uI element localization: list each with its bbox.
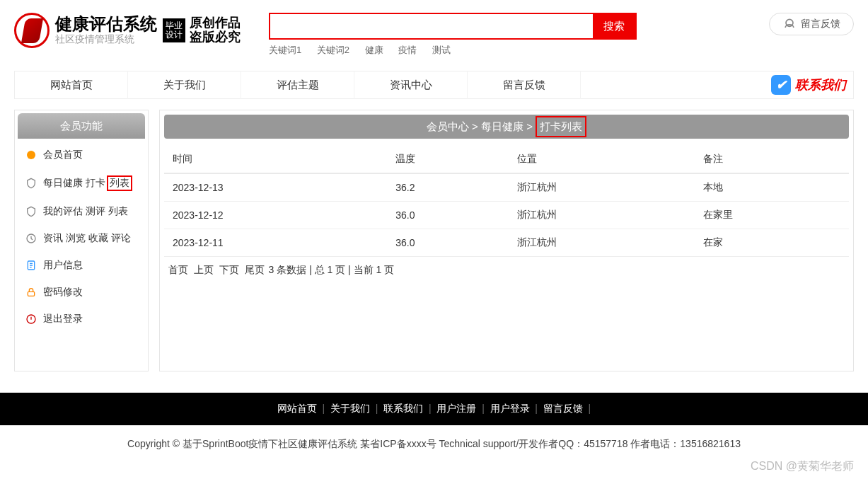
table-row: 2023-12-1236.0浙江杭州在家里 (164, 202, 849, 229)
table-row: 2023-12-1336.2浙江杭州本地 (164, 173, 849, 202)
svg-point-1 (27, 151, 35, 159)
search-input[interactable] (270, 14, 593, 38)
nav-about[interactable]: 关于我们 (128, 71, 241, 99)
keyword-link[interactable]: 测试 (432, 45, 451, 55)
sidebar-item-logout[interactable]: 退出登录 (15, 306, 148, 333)
svg-rect-4 (28, 292, 34, 296)
keyword-link[interactable]: 关键词1 (269, 45, 301, 55)
search-button[interactable]: 搜索 (593, 14, 635, 38)
graduation-badge: 毕业设计 (163, 18, 185, 42)
slogan-1: 原创作品 (190, 16, 241, 30)
breadcrumb-part[interactable]: 会员中心 (427, 120, 469, 132)
footer-link[interactable]: 关于我们 (330, 403, 370, 414)
col-note: 备注 (695, 146, 849, 173)
nav-news[interactable]: 资讯中心 (354, 71, 468, 99)
keyword-link[interactable]: 关键词2 (317, 45, 349, 55)
main-nav: 网站首页 关于我们 评估主题 资讯中心 留言反馈 ✔ 联系我们 (14, 71, 854, 99)
table-cell: 本地 (695, 173, 849, 202)
table-cell: 在家 (695, 229, 849, 257)
pagination: 首页 上页 下页 尾页 3 条数据 | 总 1 页 | 当前 1 页 (164, 257, 849, 284)
member-sidebar: 会员功能 会员首页 每日健康 打卡 列表 我的评估 测评 列表 资讯 浏览 收藏… (14, 110, 149, 371)
feedback-label: 留言反馈 (801, 18, 840, 30)
table-cell: 浙江杭州 (509, 202, 695, 229)
sidebar-item-daily-health[interactable]: 每日健康 打卡 列表 (15, 168, 148, 198)
nav-home[interactable]: 网站首页 (15, 71, 128, 99)
sidebar-item-label: 退出登录 (43, 313, 83, 325)
pager-next[interactable]: 下页 (219, 264, 239, 275)
breadcrumb-current: 打卡列表 (536, 116, 586, 137)
footer-link[interactable]: 用户登录 (490, 403, 530, 414)
nav-feedback[interactable]: 留言反馈 (468, 71, 581, 99)
sidebar-item-home[interactable]: 会员首页 (15, 142, 148, 168)
sidebar-item-label: 资讯 浏览 收藏 评论 (43, 232, 131, 245)
nav-topic[interactable]: 评估主题 (241, 71, 354, 99)
feedback-button[interactable]: 留言反馈 (769, 13, 854, 35)
headset-icon (782, 17, 797, 31)
sidebar-item-my-eval[interactable]: 我的评估 测评 列表 (15, 198, 148, 225)
logo-icon (14, 13, 50, 48)
breadcrumb-sep: > (526, 120, 533, 132)
breadcrumb-sep: > (472, 120, 478, 132)
table-cell: 2023-12-11 (164, 229, 387, 257)
site-subtitle: 社区疫情管理系统 (55, 33, 157, 46)
table-cell: 36.0 (387, 229, 508, 257)
sidebar-item-userinfo[interactable]: 用户信息 (15, 252, 148, 279)
table-cell: 36.0 (387, 202, 508, 229)
sidebar-item-label: 每日健康 打卡 (43, 177, 105, 190)
keyword-link[interactable]: 健康 (365, 45, 383, 55)
document-icon (25, 259, 37, 272)
sidebar-item-label: 会员首页 (43, 149, 83, 161)
pager-info: 3 条数据 | 总 1 页 | 当前 1 页 (269, 264, 395, 275)
table-cell: 在家里 (695, 202, 849, 229)
table-row: 2023-12-1136.0浙江杭州在家 (164, 229, 849, 257)
copyright: Copyright © 基于SprintBoot疫情下社区健康评估系统 某省IC… (0, 425, 868, 459)
col-location: 位置 (509, 146, 695, 173)
footer-nav: 网站首页 | 关于我们 | 联系我们 | 用户注册 | 用户登录 | 留言反馈 … (0, 393, 868, 425)
table-cell: 浙江杭州 (509, 229, 695, 257)
contact-us-link[interactable]: ✔ 联系我们 (771, 75, 846, 95)
footer-link[interactable]: 网站首页 (277, 403, 317, 414)
sidebar-item-label: 用户信息 (43, 259, 83, 272)
slogan-2: 盗版必究 (190, 30, 241, 45)
col-time: 时间 (164, 146, 387, 173)
clock-icon (25, 232, 37, 245)
pager-prev[interactable]: 上页 (194, 264, 214, 275)
sidebar-item-label: 密码修改 (43, 286, 83, 299)
keyword-link[interactable]: 疫情 (398, 45, 417, 55)
lock-icon (25, 286, 37, 299)
site-title: 健康评估系统 (55, 15, 157, 33)
logo-block: 健康评估系统 社区疫情管理系统 毕业设计 原创作品 盗版必究 (14, 13, 269, 48)
footer-link[interactable]: 联系我们 (383, 403, 423, 414)
shield-icon (25, 177, 37, 190)
footer-link[interactable]: 留言反馈 (543, 403, 583, 414)
pager-last[interactable]: 尾页 (245, 264, 265, 275)
table-cell: 36.2 (387, 173, 508, 202)
power-icon (25, 313, 37, 325)
sidebar-highlight: 列表 (107, 175, 132, 191)
content-panel: 会员中心 > 每日健康 > 打卡列表 时间 温度 位置 备注 2023-12-1… (159, 110, 854, 371)
footer-link[interactable]: 用户注册 (436, 403, 476, 414)
sidebar-item-news[interactable]: 资讯 浏览 收藏 评论 (15, 225, 148, 252)
home-icon (25, 149, 37, 161)
checkin-table: 时间 温度 位置 备注 2023-12-1336.2浙江杭州本地2023-12-… (164, 146, 849, 257)
breadcrumb: 会员中心 > 每日健康 > 打卡列表 (164, 115, 849, 139)
check-icon: ✔ (771, 75, 791, 95)
contact-us-label: 联系我们 (795, 76, 846, 93)
shield-icon (25, 205, 37, 218)
watermark: CSDN @黄菊华老师 (0, 459, 868, 481)
breadcrumb-part[interactable]: 每日健康 (481, 120, 523, 132)
pager-first[interactable]: 首页 (168, 264, 188, 275)
col-temp: 温度 (387, 146, 508, 173)
table-cell: 2023-12-13 (164, 173, 387, 202)
sidebar-title: 会员功能 (18, 113, 145, 139)
sidebar-item-label: 我的评估 测评 列表 (43, 205, 128, 218)
search-keywords: 关键词1 关键词2 健康 疫情 测试 (269, 44, 637, 57)
table-cell: 浙江杭州 (509, 173, 695, 202)
sidebar-item-password[interactable]: 密码修改 (15, 279, 148, 306)
table-cell: 2023-12-12 (164, 202, 387, 229)
search-bar: 搜索 (269, 13, 637, 40)
